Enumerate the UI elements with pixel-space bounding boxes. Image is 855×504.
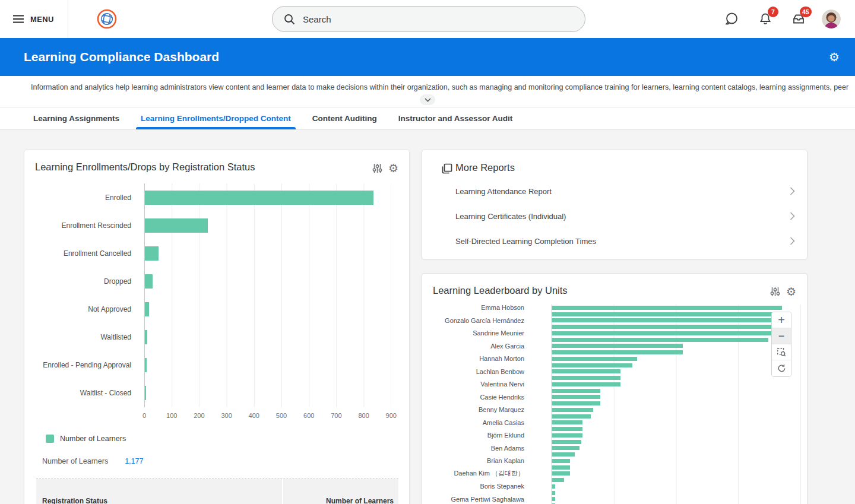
avatar[interactable] bbox=[822, 9, 841, 28]
x-tick-label: 100 bbox=[166, 412, 177, 419]
total-value-link[interactable]: 1,177 bbox=[125, 457, 143, 465]
bar-gema-pertiwi-saghalawa-1[interactable] bbox=[552, 497, 555, 501]
tab-instructor-and-assessor-audit[interactable]: Instructor and Assessor Audit bbox=[398, 107, 513, 129]
table-column-registration-status[interactable]: Registration Status bbox=[36, 479, 282, 504]
page-title: Learning Compliance Dashboard bbox=[24, 38, 219, 76]
report-link-self-directed-learning-completion-times[interactable]: Self-Directed Learning Completion Times bbox=[422, 229, 808, 253]
bar-alex-garcia-2[interactable] bbox=[552, 350, 683, 354]
tab-content-auditing[interactable]: Content Auditing bbox=[312, 107, 377, 129]
bar-daehan-kim-2[interactable] bbox=[552, 478, 564, 482]
bar-casie-hendriks-2[interactable] bbox=[552, 401, 600, 405]
bar-lachlan-benbow-2[interactable] bbox=[552, 376, 620, 380]
category-label: Waitlist - Closed bbox=[24, 389, 144, 397]
bar-valentina-nervi-2[interactable] bbox=[552, 389, 600, 393]
leaderboard-row-lachlan-benbow: Lachlan Benbow bbox=[434, 369, 796, 382]
category-label: Enrolled bbox=[24, 194, 144, 202]
bar-valentina-nervi-1[interactable] bbox=[552, 382, 620, 386]
bar-brian-kaplan-1[interactable] bbox=[552, 459, 570, 463]
x-tick-label: 300 bbox=[221, 412, 232, 419]
bar-waitlisted[interactable] bbox=[145, 330, 147, 344]
leaderboard-row-alex-garcia: Alex Garcia bbox=[434, 343, 796, 356]
bar-ben-adams-1[interactable] bbox=[552, 446, 580, 450]
bar-gonzalo-garc-a-hern-ndez-2[interactable] bbox=[552, 325, 782, 329]
bar-alex-garcia-1[interactable] bbox=[552, 344, 683, 348]
zoom-select-button[interactable] bbox=[772, 344, 791, 360]
search-icon bbox=[284, 14, 295, 25]
avatar-image bbox=[822, 9, 841, 28]
menu-label: MENU bbox=[30, 15, 54, 24]
learner-name: Alex Garcia bbox=[434, 343, 538, 350]
bar-bj-rn-eklund-1[interactable] bbox=[552, 433, 582, 438]
learner-name: Amelia Casias bbox=[434, 420, 538, 426]
bar-emma-hobson-2[interactable] bbox=[552, 312, 782, 316]
zoom-out-button[interactable]: − bbox=[772, 328, 791, 344]
leaderboard-row-amelia-casias: Amelia Casias bbox=[434, 420, 796, 433]
chat-icon[interactable] bbox=[724, 12, 739, 26]
bar-enrollment-rescinded[interactable] bbox=[145, 218, 208, 233]
bar-boris-stepanek-1[interactable] bbox=[552, 484, 555, 489]
tab-learning-enrollments-dropped-content[interactable]: Learning Enrollments/Dropped Content bbox=[141, 107, 291, 129]
tab-learning-assignments[interactable]: Learning Assignments bbox=[33, 107, 119, 129]
reports-list: Learning Attendance ReportLearning Certi… bbox=[422, 179, 808, 253]
enrollments-table-header: Registration Status Number of Learners bbox=[36, 478, 398, 504]
chart-filter-sliders-icon[interactable] bbox=[372, 163, 382, 173]
bar-track bbox=[144, 211, 391, 239]
leaderboard-row-valentina-nervi: Valentina Nervi bbox=[434, 381, 796, 394]
chart-row-enrolled-pending-approval: Enrolled - Pending Approval bbox=[24, 351, 404, 379]
chart-settings-gear-icon[interactable]: ⚙ bbox=[786, 286, 796, 297]
bar-benny-marquez-1[interactable] bbox=[552, 408, 593, 412]
learner-name: Sandrine Meunier bbox=[434, 330, 538, 337]
more-reports-card: More Reports Learning Attendance ReportL… bbox=[422, 150, 808, 259]
bar-sandrine-meunier-1[interactable] bbox=[552, 331, 782, 335]
chevron-down-icon bbox=[425, 98, 431, 102]
page-header: Learning Compliance Dashboard ⚙ bbox=[0, 38, 855, 76]
chart-filter-sliders-icon[interactable] bbox=[770, 287, 780, 297]
bar-casie-hendriks-1[interactable] bbox=[552, 395, 600, 399]
bar-track bbox=[144, 183, 391, 211]
bar-benny-marquez-2[interactable] bbox=[552, 414, 591, 419]
bar-ben-adams-2[interactable] bbox=[552, 452, 575, 457]
top-bar: MENU 7 45 bbox=[0, 0, 855, 38]
bar-emma-hobson-1[interactable] bbox=[552, 306, 782, 310]
chart-settings-gear-icon[interactable]: ⚙ bbox=[388, 163, 398, 174]
inbox-badge: 45 bbox=[800, 7, 812, 17]
search-input[interactable] bbox=[303, 14, 558, 24]
bar-lachlan-benbow-1[interactable] bbox=[552, 369, 620, 373]
report-label: Learning Attendance Report bbox=[455, 187, 552, 196]
legend-swatch bbox=[46, 435, 54, 443]
report-link-learning-certificates-individual[interactable]: Learning Certificates (Individual) bbox=[422, 204, 808, 229]
bar-amelia-casias-2[interactable] bbox=[552, 427, 582, 431]
bar-hannah-morton-1[interactable] bbox=[552, 357, 637, 361]
collapse-description-button[interactable] bbox=[420, 94, 435, 105]
report-link-learning-attendance-report[interactable]: Learning Attendance Report bbox=[422, 179, 808, 204]
bar-amelia-casias-1[interactable] bbox=[552, 420, 582, 424]
bar-gonzalo-garc-a-hern-ndez-1[interactable] bbox=[552, 318, 782, 322]
bar-track bbox=[144, 239, 391, 267]
report-label: Self-Directed Learning Completion Times bbox=[455, 237, 596, 246]
dashboard-settings-gear-icon[interactable]: ⚙ bbox=[829, 38, 840, 76]
chart-row-waitlisted: Waitlisted bbox=[24, 323, 404, 351]
bar-bj-rn-eklund-2[interactable] bbox=[552, 440, 581, 444]
marquee-zoom-icon bbox=[777, 347, 786, 357]
bar-track bbox=[144, 323, 391, 351]
bar-enrolled-pending-approval[interactable] bbox=[145, 358, 147, 372]
table-column-number-of-learners[interactable]: Number of Learners bbox=[283, 479, 398, 504]
bar-daehan-kim-1[interactable] bbox=[552, 471, 570, 476]
bar-not-approved[interactable] bbox=[145, 302, 149, 316]
company-logo[interactable] bbox=[97, 9, 117, 29]
zoom-reset-button[interactable] bbox=[772, 360, 791, 376]
chart-row-dropped: Dropped bbox=[24, 267, 404, 295]
bar-enrolled[interactable] bbox=[145, 191, 373, 205]
search-bar[interactable] bbox=[272, 6, 585, 32]
menu-button[interactable]: MENU bbox=[13, 0, 54, 38]
zoom-in-button[interactable]: + bbox=[772, 312, 791, 328]
leaderboard-row-emma-hobson: Emma Hobson bbox=[434, 305, 796, 318]
bar-brian-kaplan-2[interactable] bbox=[552, 465, 570, 470]
bar-boris-stepanek-2[interactable] bbox=[552, 491, 555, 495]
bar-waitlist-closed[interactable] bbox=[145, 386, 146, 400]
bar-enrollment-cancelled[interactable] bbox=[145, 246, 159, 261]
bar-sandrine-meunier-2[interactable] bbox=[552, 338, 768, 342]
bar-hannah-morton-2[interactable] bbox=[552, 363, 632, 367]
x-tick-label: 400 bbox=[249, 412, 259, 419]
bar-dropped[interactable] bbox=[145, 274, 153, 289]
